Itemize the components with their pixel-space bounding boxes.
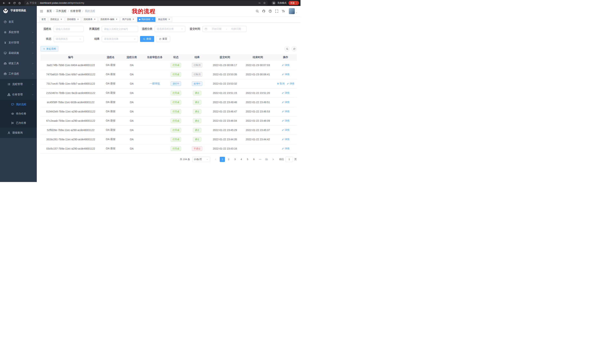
cell-process-name: OA 请假 bbox=[101, 70, 120, 79]
sidebar-item[interactable]: 首页 bbox=[0, 17, 37, 27]
hamburger-icon[interactable] bbox=[40, 10, 43, 13]
tab[interactable]: 用户分组× bbox=[120, 17, 136, 22]
app-logo[interactable]: 芋道管理系统 bbox=[0, 6, 37, 15]
reload-icon[interactable] bbox=[12, 0, 17, 5]
detail-link[interactable]: 详情 bbox=[282, 91, 289, 95]
toggle-search-button[interactable] bbox=[285, 46, 290, 51]
detail-link[interactable]: 详情 bbox=[282, 138, 289, 141]
page-button[interactable]: 6 bbox=[251, 157, 257, 162]
search-icon[interactable] bbox=[256, 10, 259, 13]
cell-current-task bbox=[143, 98, 166, 107]
filter-label: 流程分类 bbox=[140, 27, 155, 31]
detail-link[interactable]: 详情 bbox=[282, 101, 289, 104]
sidebar-item[interactable]: 已办任务 bbox=[0, 118, 37, 128]
status-tag: 已完成 bbox=[171, 137, 181, 142]
page-button[interactable]: 5 bbox=[245, 157, 250, 162]
user-menu[interactable] bbox=[289, 8, 298, 14]
result-tag: 通过 bbox=[193, 91, 201, 95]
pages-ellipsis[interactable]: ••• bbox=[258, 157, 263, 162]
close-icon[interactable]: × bbox=[77, 18, 79, 21]
detail-link[interactable]: 详情 bbox=[282, 63, 289, 67]
detail-link[interactable]: 详情 bbox=[282, 110, 289, 113]
result-select[interactable]: 请选择流结果 bbox=[102, 36, 138, 42]
action-label: 详情 bbox=[285, 147, 289, 150]
detail-link[interactable]: 详情 bbox=[282, 73, 289, 76]
page-size-select[interactable]: 10条/页 bbox=[192, 157, 210, 162]
cancel-link[interactable]: 取消 bbox=[277, 82, 285, 85]
forward-icon[interactable] bbox=[7, 0, 11, 5]
result-tag: 不通过 bbox=[192, 146, 202, 151]
page-button[interactable]: 11 bbox=[264, 157, 269, 162]
page-button[interactable]: 3 bbox=[232, 157, 238, 162]
page-button[interactable]: 2 bbox=[226, 157, 231, 162]
key-icon[interactable] bbox=[258, 2, 261, 4]
tab[interactable]: 首页 bbox=[40, 17, 48, 22]
cell-category: OA bbox=[120, 144, 143, 153]
home-icon[interactable] bbox=[17, 0, 22, 5]
start-process-button[interactable]: 发起流程 bbox=[40, 46, 58, 52]
filter-process-name: 流程名 bbox=[40, 26, 84, 32]
sidebar-item[interactable]: 研发工具 bbox=[0, 58, 37, 69]
search-button[interactable]: 搜索 bbox=[140, 36, 154, 42]
category-select[interactable]: 请选择流程分类 bbox=[155, 26, 185, 32]
reset-button[interactable]: 重置 bbox=[156, 36, 170, 42]
tab[interactable]: 流程定义× bbox=[49, 17, 64, 22]
caret-left-icon[interactable] bbox=[213, 157, 218, 162]
cell-end-time bbox=[241, 79, 274, 88]
sidebar-item[interactable]: 基础设施 bbox=[0, 48, 37, 58]
page-button[interactable]: 4 bbox=[239, 157, 244, 162]
sidebar-item[interactable]: 我的流程 bbox=[0, 100, 37, 109]
sidebar-item-label: 待办任务 bbox=[16, 112, 34, 115]
update-button[interactable]: 更新 bbox=[289, 1, 299, 5]
close-icon[interactable]: × bbox=[132, 18, 135, 21]
close-icon[interactable]: × bbox=[168, 18, 170, 21]
star-icon[interactable] bbox=[263, 2, 266, 4]
page-title-annotation: 我的流程 bbox=[132, 8, 156, 15]
result-tag: 通过 bbox=[193, 128, 201, 132]
question-icon[interactable] bbox=[269, 10, 272, 13]
close-icon[interactable]: × bbox=[115, 18, 118, 21]
sidebar-item[interactable]: 支付管理 bbox=[0, 38, 37, 48]
date-range-picker[interactable]: 开始日期 - 结束日期 bbox=[202, 26, 247, 32]
cell-end-time: 2022-01-22 23:46:09 bbox=[241, 116, 274, 125]
fullscreen-icon[interactable] bbox=[275, 10, 278, 13]
current-task-link[interactable]: 一级审批 bbox=[150, 82, 160, 85]
close-icon[interactable]: × bbox=[93, 18, 96, 21]
sidebar-item[interactable]: 流程管理 bbox=[0, 79, 37, 89]
back-icon[interactable] bbox=[1, 0, 6, 5]
sidebar-item[interactable]: 工作流程 bbox=[0, 69, 37, 79]
detail-link[interactable]: 详情 bbox=[282, 119, 289, 123]
breadcrumb-item[interactable]: 首页 bbox=[47, 10, 52, 13]
font-size-icon[interactable] bbox=[281, 10, 285, 13]
sidebar-item[interactable]: 系统管理 bbox=[0, 27, 37, 38]
goto-page-input[interactable] bbox=[285, 157, 293, 162]
caret-down-icon bbox=[79, 38, 81, 40]
breadcrumb-item[interactable]: 工作流程 bbox=[56, 10, 66, 13]
status-select[interactable]: 请选择状态 bbox=[53, 36, 84, 42]
tab[interactable]: 流程模型× bbox=[65, 17, 81, 22]
page-button[interactable]: 1 bbox=[220, 157, 225, 162]
tab[interactable]: 发起流程× bbox=[156, 17, 172, 22]
close-icon[interactable]: × bbox=[151, 18, 154, 21]
tab[interactable]: 我的流程× bbox=[137, 17, 155, 22]
cell-status: 进行中 bbox=[166, 79, 186, 88]
process-def-input[interactable] bbox=[102, 26, 138, 32]
security-status[interactable]: 不安全 bbox=[26, 1, 37, 5]
detail-link[interactable]: 详情 bbox=[282, 147, 289, 150]
caret-right-icon[interactable] bbox=[270, 157, 276, 162]
sidebar-item[interactable]: 请假查询 bbox=[0, 128, 37, 138]
detail-link[interactable]: 详情 bbox=[282, 128, 289, 132]
tab[interactable]: 流程表单× bbox=[82, 17, 98, 22]
tab[interactable]: 流程表单-编辑× bbox=[99, 17, 120, 22]
process-name-input[interactable] bbox=[53, 26, 84, 32]
user-avatar[interactable] bbox=[289, 8, 295, 14]
github-icon[interactable] bbox=[262, 10, 265, 13]
sidebar-item[interactable]: 待办任务 bbox=[0, 109, 37, 118]
sidebar-item[interactable]: 任务管理 bbox=[0, 89, 37, 100]
detail-link[interactable]: 详情 bbox=[287, 82, 294, 85]
close-icon[interactable]: × bbox=[60, 18, 63, 21]
cell-actions: 详情 bbox=[274, 144, 297, 153]
refresh-table-button[interactable] bbox=[291, 46, 297, 51]
address-bar[interactable]: 不安全 | dashboard.yudao.iocoder.cn/bpm/tas… bbox=[24, 0, 268, 5]
breadcrumb-item[interactable]: 任务管理 bbox=[70, 10, 81, 13]
